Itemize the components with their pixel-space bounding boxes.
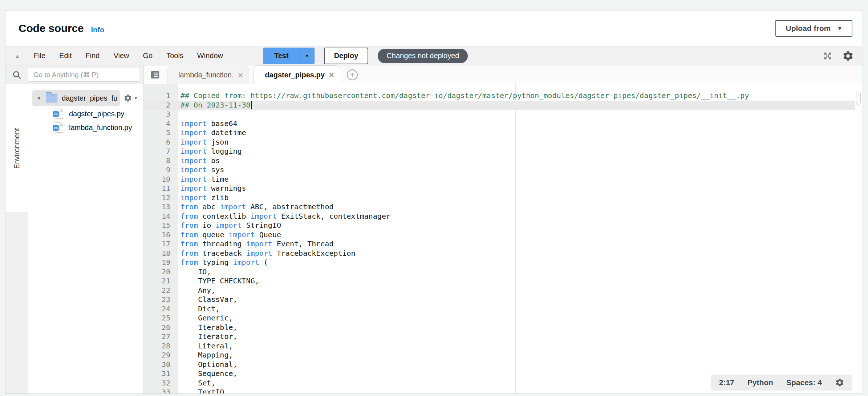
line-number: 2 xyxy=(144,101,178,110)
open-tabs-list-button[interactable] xyxy=(150,69,161,80)
tree-item-dagster_pipes.py[interactable]: dagster_pipes.py xyxy=(28,107,143,121)
line-content: import time xyxy=(178,175,228,184)
code-line-9[interactable]: 9import sys xyxy=(144,165,863,175)
code-line-23[interactable]: 23 ClassVar, xyxy=(144,295,863,304)
line-number: 1 xyxy=(144,91,178,101)
editor-tab-dagster_pipespy[interactable]: dagster_pipes.py× xyxy=(253,65,340,84)
menu-tools[interactable]: Tools xyxy=(161,49,188,62)
menubar-right-icons xyxy=(823,50,854,62)
settings-gear-icon[interactable] xyxy=(842,50,854,62)
line-content: import base64 xyxy=(178,119,238,129)
info-link[interactable]: Info xyxy=(91,26,105,34)
tab-close-icon[interactable]: × xyxy=(329,70,334,79)
code-line-26[interactable]: 26 Iterable, xyxy=(144,323,863,332)
code-line-6[interactable]: 6import json xyxy=(144,138,863,147)
line-number: 5 xyxy=(144,128,178,138)
code-line-17[interactable]: 17from threading import Event, Thread xyxy=(144,239,863,249)
indentation-setting[interactable]: Spaces: 4 xyxy=(786,378,822,387)
collapse-editor-icon[interactable]: ▲ xyxy=(15,53,20,59)
code-line-24[interactable]: 24 Dict, xyxy=(144,304,863,314)
code-line-14[interactable]: 14from contextlib import ExitStack, cont… xyxy=(144,212,863,221)
code-line-25[interactable]: 25 Generic, xyxy=(144,314,863,323)
code-line-19[interactable]: 19from typing import ( xyxy=(144,258,863,267)
run-controls: Test ▼ Deploy Changes not deployed xyxy=(263,48,468,64)
tree-files: dagster_pipes.pylambda_function.py xyxy=(28,107,143,134)
code-line-27[interactable]: 27 Iterator, xyxy=(144,332,863,342)
code-line-20[interactable]: 20 IO, xyxy=(144,267,863,277)
language-mode[interactable]: Python xyxy=(747,378,773,387)
ide-region: ▲ FileEditFindViewGoToolsWindow Test ▼ D… xyxy=(5,47,863,393)
code-line-11[interactable]: 11import warnings xyxy=(144,184,863,193)
file-tree: ▼ dagster_pipes_funct ▼ dagster_pipes.py… xyxy=(28,84,143,393)
upload-from-button[interactable]: Upload from ▼ xyxy=(775,20,852,37)
line-number: 20 xyxy=(144,267,178,277)
menu-find[interactable]: Find xyxy=(81,49,105,62)
code-line-30[interactable]: 30 Optional, xyxy=(144,360,863,369)
code-source-panel: Code source Info Upload from ▼ ▲ FileEdi… xyxy=(5,10,863,394)
tree-item-lambda_function.py[interactable]: lambda_function.py xyxy=(28,121,143,134)
deploy-button[interactable]: Deploy xyxy=(324,48,369,64)
menu-view[interactable]: View xyxy=(108,49,134,62)
line-content: from queue import Queue xyxy=(178,230,281,240)
code-line-3[interactable]: 3 xyxy=(144,110,863,119)
line-content: Dict, xyxy=(178,304,220,314)
new-tab-button[interactable]: + xyxy=(347,69,358,80)
menu-go[interactable]: Go xyxy=(138,49,158,62)
test-button[interactable]: Test xyxy=(263,48,300,64)
search-icon[interactable] xyxy=(5,70,28,80)
code-line-4[interactable]: 4import base64 xyxy=(144,119,863,129)
editor-tab-lambda_function[interactable]: lambda_function.× xyxy=(167,66,249,84)
cursor-position[interactable]: 2:17 xyxy=(719,378,734,387)
code-line-5[interactable]: 5import datetime xyxy=(144,128,863,138)
code-editor[interactable]: 1## Copied from: https://raw.githubuserc… xyxy=(144,84,863,393)
chevron-down-icon: ▼ xyxy=(837,25,842,31)
editor-tab-bar: lambda_function.×dagster_pipes.py× + xyxy=(144,65,863,84)
line-content: Generic, xyxy=(178,314,233,323)
tree-settings-button[interactable]: ▼ xyxy=(123,94,138,102)
tab-environment[interactable]: Environment xyxy=(5,84,28,212)
menu-file[interactable]: File xyxy=(29,49,50,62)
editor-scrollbar-thumb[interactable] xyxy=(856,92,861,105)
line-content: import json xyxy=(178,138,228,147)
editor-settings-gear-icon[interactable] xyxy=(835,378,844,387)
fullscreen-icon[interactable] xyxy=(823,51,833,61)
code-line-22[interactable]: 22 Any, xyxy=(144,286,863,295)
code-line-13[interactable]: 13from abc import ABC, abstractmethod xyxy=(144,202,863,212)
editor-status-bar: 2:17 Python Spaces: 4 xyxy=(711,375,852,391)
goto-anything-input[interactable] xyxy=(28,68,139,82)
line-content: Mapping, xyxy=(178,351,233,360)
text-cursor xyxy=(251,101,252,109)
tree-item-folder[interactable]: ▼ dagster_pipes_funct xyxy=(32,90,120,106)
line-content xyxy=(178,110,181,119)
tree-folder-row: ▼ dagster_pipes_funct ▼ xyxy=(28,89,143,107)
upload-from-label: Upload from xyxy=(786,24,831,33)
menu-edit[interactable]: Edit xyxy=(54,49,77,62)
code-line-18[interactable]: 18from traceback import TracebackExcepti… xyxy=(144,249,863,258)
code-line-2[interactable]: 2## On 2023-11-30 xyxy=(144,101,863,110)
line-content: from threading import Event, Thread xyxy=(178,239,333,249)
line-content: Sequence, xyxy=(178,369,238,379)
code-line-7[interactable]: 7import logging xyxy=(144,147,863,156)
line-number: 32 xyxy=(144,379,178,388)
code-line-28[interactable]: 28 Literal, xyxy=(144,342,863,351)
line-content: from traceback import TracebackException xyxy=(178,249,356,258)
line-number: 18 xyxy=(144,249,178,258)
code-line-16[interactable]: 16from queue import Queue xyxy=(144,230,863,240)
line-number: 3 xyxy=(144,110,178,119)
code-line-15[interactable]: 15from io import StringIO xyxy=(144,221,863,230)
tab-close-icon[interactable]: × xyxy=(238,71,243,80)
code-line-21[interactable]: 21 TYPE_CHECKING, xyxy=(144,276,863,286)
sidebar: Environment ▼ dagster_pipes_funct xyxy=(5,65,143,393)
test-dropdown-button[interactable]: ▼ xyxy=(300,48,314,64)
line-content: import zlib xyxy=(178,193,228,203)
code-line-10[interactable]: 10import time xyxy=(144,175,863,184)
menu-window[interactable]: Window xyxy=(192,49,228,62)
line-content: from typing import ( xyxy=(178,258,268,267)
chevron-down-icon: ▼ xyxy=(305,53,309,58)
code-line-8[interactable]: 8import os xyxy=(144,156,863,166)
line-number: 12 xyxy=(144,193,178,203)
panel-header: Code source Info Upload from ▼ xyxy=(5,11,863,47)
code-line-1[interactable]: 1## Copied from: https://raw.githubuserc… xyxy=(144,91,863,101)
code-line-12[interactable]: 12import zlib xyxy=(144,193,863,203)
code-line-29[interactable]: 29 Mapping, xyxy=(144,351,863,360)
